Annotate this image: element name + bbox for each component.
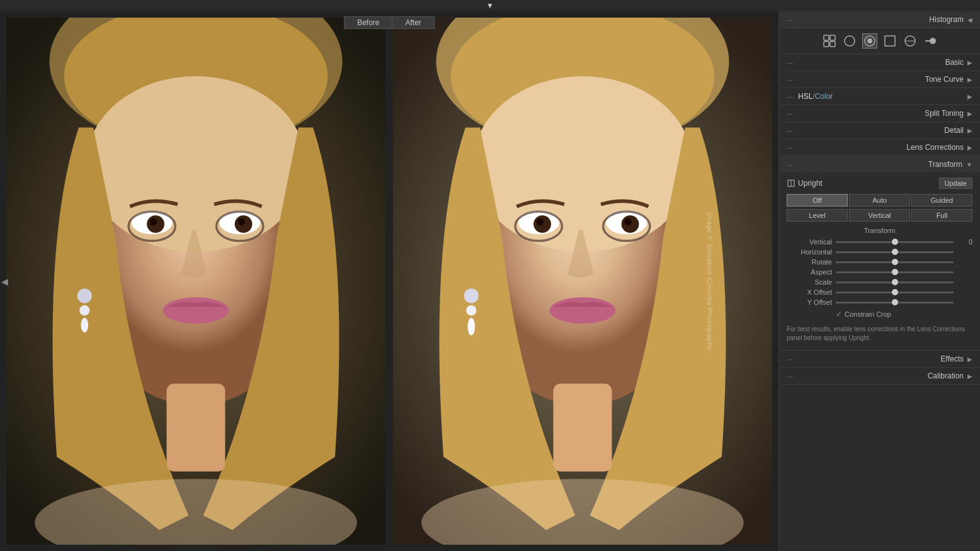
top-bar-arrow: ▼ bbox=[486, 1, 494, 10]
constrain-checkbox[interactable]: ✓ bbox=[836, 310, 842, 319]
horizontal-slider-row: Horizontal bbox=[787, 248, 972, 256]
vertical-button[interactable]: Vertical bbox=[849, 209, 910, 222]
horizontal-thumb[interactable] bbox=[892, 249, 898, 255]
svg-point-30 bbox=[550, 297, 616, 324]
basic-title: Basic bbox=[798, 58, 964, 67]
left-panel-arrow[interactable]: ◀ bbox=[1, 276, 8, 287]
hsl-arrow: ▶ bbox=[967, 93, 972, 100]
photo-panel: Before After ◀ bbox=[0, 11, 778, 551]
xoffset-slider-row: X Offset bbox=[787, 288, 972, 296]
yoffset-thumb[interactable] bbox=[892, 299, 898, 305]
transform-sliders-title: Transform bbox=[787, 227, 972, 234]
svg-point-42 bbox=[845, 36, 855, 46]
hsl-color-text: Color bbox=[815, 92, 833, 101]
tone-curve-section[interactable]: — Tone Curve ▶ bbox=[779, 71, 980, 88]
guided-button[interactable]: Guided bbox=[911, 194, 972, 207]
upright-label: Upright bbox=[787, 179, 823, 188]
upright-icon bbox=[787, 179, 795, 188]
scale-thumb[interactable] bbox=[892, 279, 898, 285]
split-toning-dash: — bbox=[787, 110, 793, 117]
rotate-track[interactable] bbox=[836, 261, 954, 263]
horizontal-label: Horizontal bbox=[787, 248, 832, 256]
lens-dash: — bbox=[787, 144, 793, 151]
detail-section[interactable]: — Detail ▶ bbox=[779, 122, 980, 139]
calibration-title: Calibration bbox=[798, 372, 964, 380]
basic-section[interactable]: — Basic ▶ bbox=[779, 54, 980, 71]
main-area: Before After ◀ bbox=[0, 11, 980, 551]
histogram-header[interactable]: — Histogram ◀ bbox=[779, 11, 980, 28]
photos-container: Image © Salvatore Cincotta Photography bbox=[0, 11, 778, 551]
aspect-thumb[interactable] bbox=[892, 269, 898, 275]
tone-curve-dash: — bbox=[787, 76, 793, 83]
auto-button[interactable]: Auto bbox=[849, 194, 910, 207]
full-button[interactable]: Full bbox=[911, 209, 972, 222]
svg-point-15 bbox=[79, 305, 89, 315]
right-panel: — Histogram ◀ bbox=[778, 11, 980, 551]
tool-icons-row bbox=[779, 28, 980, 54]
aspect-slider-row: Aspect bbox=[787, 268, 972, 276]
calibration-section[interactable]: — Calibration ▶ bbox=[779, 368, 980, 385]
transform-sliders: Transform Vertical 0 Horizontal bbox=[787, 227, 972, 345]
svg-point-23 bbox=[473, 76, 693, 252]
svg-point-14 bbox=[77, 288, 92, 303]
transform-title: Transform bbox=[798, 160, 962, 169]
tone-curve-title: Tone Curve bbox=[798, 75, 964, 84]
horizontal-track[interactable] bbox=[836, 251, 954, 253]
transform-section: — Transform ▼ Upright Update bbox=[779, 156, 980, 351]
constrain-label: Constrain Crop bbox=[845, 310, 891, 318]
yoffset-track[interactable] bbox=[836, 302, 954, 304]
level-button[interactable]: Level bbox=[787, 209, 848, 222]
svg-point-4 bbox=[86, 76, 306, 252]
toggle-tool-icon[interactable] bbox=[923, 33, 938, 48]
rotate-label: Rotate bbox=[787, 258, 832, 266]
detail-title: Detail bbox=[798, 126, 964, 135]
svg-point-33 bbox=[464, 288, 479, 303]
svg-point-35 bbox=[467, 318, 475, 336]
top-bar: ▼ bbox=[0, 0, 980, 11]
vertical-label: Vertical bbox=[787, 238, 832, 246]
after-photo: Image © Salvatore Cincotta Photography bbox=[393, 18, 772, 545]
vertical-slider-row: Vertical 0 bbox=[787, 238, 972, 246]
svg-point-34 bbox=[466, 305, 476, 315]
aspect-track[interactable] bbox=[836, 271, 954, 273]
yoffset-slider-row: Y Offset bbox=[787, 298, 972, 306]
svg-point-28 bbox=[537, 219, 544, 226]
split-toning-title: Split Toning bbox=[798, 109, 964, 118]
vertical-value: 0 bbox=[957, 238, 972, 246]
update-button[interactable]: Update bbox=[939, 178, 972, 189]
xoffset-label: X Offset bbox=[787, 288, 832, 296]
svg-point-29 bbox=[624, 219, 632, 226]
calibration-dash: — bbox=[787, 373, 793, 380]
detail-arrow: ▶ bbox=[967, 127, 972, 134]
svg-point-44 bbox=[867, 38, 872, 43]
square-tool-icon[interactable] bbox=[882, 33, 897, 48]
grid-tool-icon[interactable] bbox=[822, 33, 837, 48]
off-button[interactable]: Off bbox=[787, 194, 848, 207]
circle-tool-icon[interactable] bbox=[842, 33, 857, 48]
upright-button-row1: Off Auto Guided bbox=[787, 194, 972, 207]
split-toning-section[interactable]: — Split Toning ▶ bbox=[779, 105, 980, 122]
vertical-track[interactable] bbox=[836, 241, 954, 243]
effects-title: Effects bbox=[798, 355, 964, 363]
hsl-section[interactable]: — HSL / Color ▶ bbox=[779, 88, 980, 105]
circle2-tool-icon[interactable] bbox=[903, 33, 918, 48]
radio-tool-icon[interactable] bbox=[862, 33, 877, 48]
scale-track[interactable] bbox=[836, 281, 954, 283]
after-portrait-svg bbox=[393, 18, 772, 545]
histogram-arrow: ◀ bbox=[967, 16, 972, 23]
effects-section[interactable]: — Effects ▶ bbox=[779, 351, 980, 368]
transform-header[interactable]: — Transform ▼ bbox=[779, 156, 980, 173]
xoffset-track[interactable] bbox=[836, 292, 954, 293]
svg-rect-40 bbox=[824, 42, 829, 47]
svg-rect-39 bbox=[830, 35, 835, 40]
vertical-thumb[interactable] bbox=[892, 239, 898, 245]
scale-slider-row: Scale bbox=[787, 278, 972, 286]
effects-arrow: ▶ bbox=[967, 356, 972, 363]
lens-corrections-section[interactable]: — Lens Corrections ▶ bbox=[779, 139, 980, 156]
rotate-thumb[interactable] bbox=[892, 259, 898, 265]
constrain-row: ✓ Constrain Crop bbox=[787, 310, 972, 319]
svg-rect-38 bbox=[824, 35, 829, 40]
xoffset-thumb[interactable] bbox=[892, 289, 898, 295]
rotate-slider-row: Rotate bbox=[787, 258, 972, 266]
histogram-title: Histogram bbox=[798, 15, 964, 24]
